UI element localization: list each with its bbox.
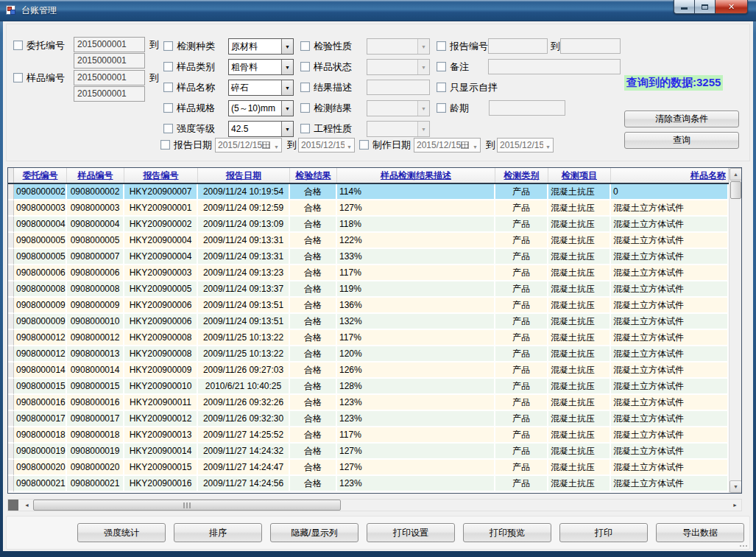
chevron-down-icon[interactable]: ▼ (281, 101, 293, 116)
report-date-to-picker[interactable]: 2015/12/15 ▼ (298, 138, 355, 153)
report-number-from-input[interactable] (488, 38, 548, 54)
scroll-up-button[interactable]: ▲ (729, 168, 742, 181)
self-mix-only-checkbox[interactable] (437, 83, 446, 92)
chevron-down-icon[interactable]: ▼ (345, 139, 354, 152)
remark-checkbox[interactable] (437, 62, 446, 71)
report-number-to-input[interactable] (560, 38, 621, 54)
maximize-button[interactable] (695, 0, 715, 14)
chevron-down-icon[interactable]: ▼ (281, 122, 293, 136)
sample-number-from-input[interactable]: 2015000001 (74, 70, 145, 85)
project-nature-combobox[interactable]: ▼ (367, 121, 430, 137)
inspection-nature-combobox[interactable]: ▼ (367, 38, 430, 55)
result-desc-input[interactable] (367, 80, 430, 95)
print-settings-button[interactable]: 打印设置 (367, 523, 455, 542)
strength-grade-checkbox[interactable] (163, 124, 173, 133)
sample-status-combobox[interactable]: ▼ (367, 59, 430, 75)
sample-category-checkbox[interactable] (163, 62, 173, 71)
column-header-7[interactable]: 检测项目 (548, 168, 611, 183)
sample-name-combobox[interactable]: 碎石 ▼ (228, 80, 294, 96)
minimize-button[interactable] (674, 0, 695, 14)
resize-grip[interactable] (746, 545, 747, 547)
query-button[interactable]: 查询 (624, 132, 739, 149)
table-row[interactable]: 09080000040908000004HKY2009000022009/11/… (8, 217, 729, 233)
table-row[interactable]: 09080000210908000021HKY2009000162009/11/… (8, 476, 729, 492)
column-header-4[interactable]: 检验结果 (290, 168, 337, 183)
report-date-checkbox[interactable] (160, 140, 170, 150)
age-input[interactable] (489, 100, 565, 116)
test-result-checkbox[interactable] (300, 103, 310, 113)
table-row[interactable]: 09080000050908000005HKY2009000042009/11/… (8, 233, 729, 249)
column-header-0[interactable]: 委托编号 (14, 168, 67, 183)
table-row[interactable]: 09080000090908000010HKY2009000062009/11/… (8, 314, 729, 330)
commission-number-checkbox[interactable] (13, 41, 23, 50)
table-row[interactable]: 09080000080908000008HKY2009000052009/11/… (8, 281, 729, 298)
sample-number-checkbox[interactable] (13, 73, 23, 83)
sample-spec-checkbox[interactable] (163, 103, 173, 113)
chevron-down-icon[interactable]: ▼ (543, 139, 553, 152)
sample-name-checkbox[interactable] (163, 83, 173, 92)
sort-button[interactable]: 排序 (174, 523, 262, 542)
table-row[interactable]: 09080000200908000020HKY2009000152009/11/… (8, 460, 729, 476)
report-number-checkbox[interactable] (437, 41, 446, 51)
table-row[interactable]: 09080000140908000014HKY2009000092009/11/… (8, 362, 729, 379)
export-data-button[interactable]: 导出数据 (656, 523, 744, 542)
test-result-combobox[interactable]: ▼ (367, 100, 430, 116)
vertical-scroll-thumb[interactable] (730, 181, 741, 199)
table-row[interactable]: 09080000170908000017HKY2009000122009/11/… (8, 411, 729, 427)
titlebar[interactable]: 台账管理 ✕ (0, 0, 756, 21)
table-row[interactable]: 09080000030908000003HKY2009000012009/11/… (8, 200, 729, 217)
table-row[interactable]: 09080000160908000016HKY2009000112009/11/… (8, 395, 729, 411)
table-row[interactable]: 09080000050908000007HKY2009000042009/11/… (8, 249, 729, 265)
commission-number-to-input[interactable]: 2015000001 (74, 53, 145, 69)
column-header-8[interactable]: 样品名称 (611, 168, 729, 183)
table-row[interactable]: 09080000180908000018HKY2009000132009/11/… (8, 427, 729, 444)
table-row[interactable]: 09080000190908000019HKY2009000142009/11/… (8, 444, 729, 460)
inspection-nature-checkbox[interactable] (300, 41, 310, 51)
make-date-to-picker[interactable]: 2015/12/15 ▼ (497, 138, 554, 153)
chevron-down-icon[interactable]: ▼ (272, 139, 281, 152)
close-button[interactable]: ✕ (715, 0, 748, 14)
horizontal-scroll-thumb[interactable] (33, 500, 341, 511)
horizontal-scrollbar[interactable]: ◄ ► (7, 499, 742, 511)
column-header-6[interactable]: 检测类别 (495, 168, 548, 183)
remark-input[interactable] (488, 59, 621, 74)
column-header-3[interactable]: 报告日期 (198, 168, 290, 183)
print-preview-button[interactable]: 打印预览 (463, 523, 551, 542)
toggle-columns-button[interactable]: 隐藏/显示列 (270, 523, 358, 542)
table-row[interactable]: 09080000120908000012HKY2009000082009/11/… (8, 330, 729, 346)
print-button[interactable]: 打印 (559, 523, 648, 542)
table-row[interactable]: 09080000150908000015HKY2009000102010/6/2… (8, 379, 729, 395)
chevron-down-icon[interactable]: ▼ (470, 139, 480, 152)
sample-category-combobox[interactable]: 粗骨料 ▼ (228, 59, 294, 75)
commission-number-from-input[interactable]: 2015000001 (74, 37, 145, 52)
column-header-2[interactable]: 报告编号 (124, 168, 198, 183)
make-date-from-picker[interactable]: 2015/12/15 ▼ (414, 138, 481, 153)
result-desc-checkbox[interactable] (300, 83, 310, 92)
scroll-down-button[interactable]: ▼ (729, 480, 742, 493)
clear-query-button[interactable]: 清除查询条件 (624, 111, 739, 127)
age-checkbox[interactable] (437, 103, 446, 113)
sample-number-to-input[interactable]: 2015000001 (74, 86, 145, 102)
chevron-down-icon[interactable]: ▼ (281, 60, 293, 74)
test-type-combobox[interactable]: 原材料 ▼ (228, 38, 294, 55)
table-row[interactable]: 09080000090908000009HKY2009000062009/11/… (8, 298, 729, 314)
sample-spec-combobox[interactable]: (5～10)mm ▼ (228, 100, 294, 116)
table-row[interactable]: 09080000020908000002HKY2009000072009/11/… (8, 184, 729, 200)
report-date-from-picker[interactable]: 2015/12/15 ▼ (215, 138, 282, 153)
scrollbar-track[interactable] (341, 500, 729, 511)
column-header-1[interactable]: 样品编号 (67, 168, 124, 183)
chevron-down-icon[interactable]: ▼ (281, 80, 293, 95)
vertical-scrollbar[interactable]: ▲ ▼ (729, 168, 741, 493)
make-date-checkbox[interactable] (359, 140, 369, 150)
table-row[interactable]: 09080000060908000006HKY2009000032009/11/… (8, 265, 729, 281)
column-header-5[interactable]: 样品检测结果描述 (337, 168, 495, 183)
table-row[interactable]: 09080000120908000013HKY2009000082009/11/… (8, 346, 729, 362)
chevron-down-icon[interactable]: ▼ (281, 39, 293, 54)
strength-stats-button[interactable]: 强度统计 (77, 523, 166, 542)
test-type-checkbox[interactable] (163, 41, 173, 51)
sample-status-checkbox[interactable] (300, 62, 310, 71)
scroll-right-button[interactable]: ► (729, 500, 741, 511)
strength-grade-combobox[interactable]: 42.5 ▼ (228, 121, 294, 137)
scroll-left-button[interactable]: ◄ (21, 500, 33, 511)
project-nature-checkbox[interactable] (300, 124, 310, 133)
